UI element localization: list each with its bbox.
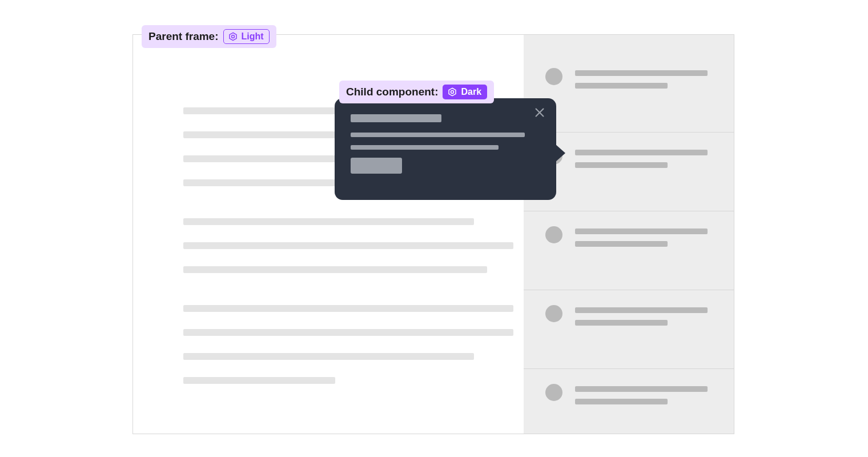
child-mode-badge: Dark <box>443 85 487 99</box>
placeholder-line <box>575 320 668 326</box>
placeholder-line <box>183 131 335 138</box>
placeholder-line <box>183 107 335 114</box>
parent-mode-badge: Light <box>223 29 270 44</box>
parent-mode-text: Light <box>242 31 264 42</box>
svg-point-3 <box>451 91 454 94</box>
close-icon <box>533 106 546 119</box>
placeholder-line <box>183 218 474 225</box>
placeholder-line <box>183 242 513 249</box>
placeholder-line <box>575 399 668 404</box>
parent-frame-label: Parent frame: Light <box>142 25 276 48</box>
placeholder-line <box>183 329 513 336</box>
placeholder-line <box>575 150 708 155</box>
list-item[interactable] <box>524 211 734 290</box>
svg-marker-0 <box>230 33 236 41</box>
child-component-label: Child component: Dark <box>339 81 494 103</box>
svg-point-1 <box>231 35 234 38</box>
list-item-text <box>575 146 708 211</box>
list-item[interactable] <box>524 290 734 368</box>
placeholder-line <box>575 83 668 89</box>
placeholder-line <box>575 162 668 168</box>
popover-line <box>351 133 525 137</box>
variable-icon <box>447 87 457 97</box>
avatar <box>545 384 562 401</box>
sidebar <box>524 35 734 434</box>
popover-line <box>351 145 499 150</box>
avatar <box>545 226 562 243</box>
list-item[interactable] <box>524 368 734 434</box>
popover-arrow <box>555 144 565 162</box>
placeholder-line <box>183 179 335 186</box>
popover-button[interactable] <box>351 158 402 174</box>
list-item-text <box>575 383 708 434</box>
list-item-text <box>575 225 708 290</box>
popover-title-placeholder <box>351 114 441 122</box>
popover <box>335 98 556 200</box>
svg-marker-2 <box>449 88 456 96</box>
placeholder-line <box>183 353 474 360</box>
placeholder-line <box>575 307 708 313</box>
avatar <box>545 68 562 85</box>
close-button[interactable] <box>533 106 546 119</box>
parent-frame-label-text: Parent frame: <box>148 30 219 43</box>
placeholder-line <box>575 241 668 247</box>
list-item-text <box>575 304 708 368</box>
child-component-label-text: Child component: <box>346 86 438 98</box>
placeholder-line <box>575 70 708 76</box>
avatar <box>545 305 562 322</box>
variable-icon <box>228 31 238 42</box>
placeholder-line <box>183 266 487 273</box>
child-mode-text: Dark <box>461 87 481 97</box>
placeholder-line <box>575 386 708 392</box>
placeholder-line <box>183 305 513 312</box>
list-item-text <box>575 67 708 132</box>
placeholder-line <box>183 377 335 384</box>
placeholder-line <box>575 228 708 234</box>
